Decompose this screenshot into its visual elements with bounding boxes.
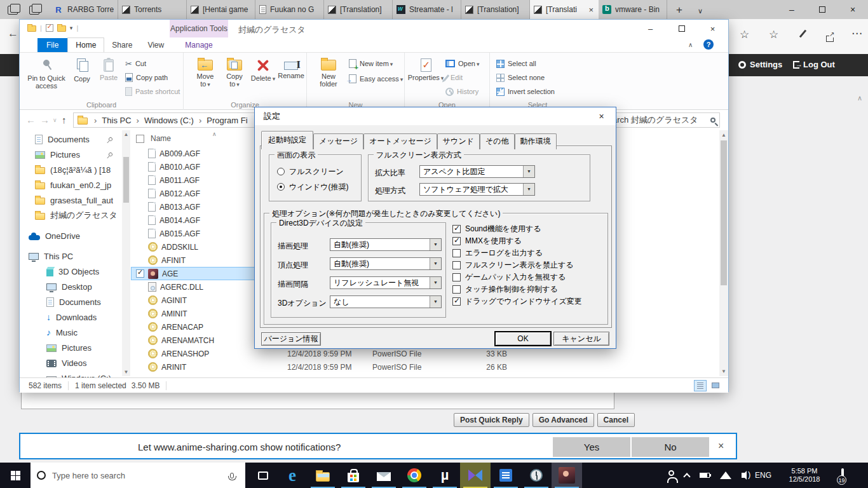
taskbar-clock[interactable]: 5:58 PM 12/5/2018: [782, 467, 827, 484]
checkbox-option[interactable]: タッチ操作制御を抑制する: [452, 283, 582, 295]
tab-preview-icon[interactable]: [8, 6, 18, 15]
sidebar-item[interactable]: 3D Objects: [20, 264, 121, 279]
menu-tab-manage[interactable]: Manage: [170, 38, 228, 52]
notification-close-icon[interactable]: ×: [718, 440, 724, 452]
menu-tab-file[interactable]: File: [37, 38, 67, 52]
microphone-icon[interactable]: [230, 473, 234, 478]
draw-interval-select[interactable]: リフレッシュレート無視: [330, 276, 442, 289]
reply-button[interactable]: Go Advanced: [532, 413, 594, 427]
select-all-button[interactable]: Select all: [496, 58, 536, 69]
browser-tab[interactable]: [Hentai game ×: [187, 0, 255, 19]
checkbox-option[interactable]: フルスクリーン表示を禁止する: [452, 259, 582, 271]
radio-option[interactable]: フルスクリーン: [277, 164, 348, 179]
sidebar-item[interactable]: 封緘のグラセスタ: [20, 208, 121, 223]
share-icon[interactable]: [826, 36, 834, 42]
action-center-button[interactable]: 19: [841, 470, 844, 481]
set-tabs-aside-icon[interactable]: [29, 6, 39, 15]
select-all-checkbox[interactable]: [136, 135, 144, 143]
radio-option[interactable]: ウインドウ(推奨): [277, 179, 348, 194]
dialog-tab[interactable]: 起動時設定: [261, 131, 313, 149]
file-list-scroll-thumb[interactable]: [721, 140, 727, 285]
name-column-header[interactable]: Name: [151, 134, 171, 143]
select-none-button[interactable]: Select none: [496, 72, 545, 83]
file-row[interactable]: ARINIT 12/4/2018 9:59 PM PowerISO File 2…: [131, 360, 719, 374]
draw-processing-select[interactable]: 自動(推奨): [330, 238, 442, 251]
sidebar-item[interactable]: Videos: [20, 355, 121, 370]
nav-forward-icon[interactable]: →: [40, 114, 50, 125]
checkbox-option[interactable]: ドラッグでウインドウサイズ変更: [452, 295, 582, 308]
checkbox-icon[interactable]: [452, 249, 461, 257]
properties-button[interactable]: Properties: [409, 56, 443, 82]
browser-maximize-button[interactable]: [807, 0, 837, 19]
browser-tab[interactable]: [Translation] ×: [324, 0, 393, 19]
taskbar-app-button[interactable]: [552, 463, 582, 488]
sidebar-item[interactable]: Pictures: [20, 147, 121, 162]
copy-to-button[interactable]: Copy to: [220, 56, 248, 88]
sidebar-item[interactable]: This PC: [20, 248, 121, 264]
vertex-processing-select[interactable]: 自動(推奨): [330, 257, 442, 270]
favorites-star-icon[interactable]: ☆: [740, 28, 749, 41]
file-checkbox[interactable]: [136, 269, 144, 278]
taskbar-app-button[interactable]: [338, 463, 369, 488]
rename-button[interactable]: Rename: [276, 56, 306, 79]
properties-check-icon[interactable]: [46, 24, 53, 32]
show-hidden-icons-chevron[interactable]: [683, 473, 690, 480]
version-info-button[interactable]: バージョン情報: [261, 332, 321, 346]
page-scroll-chevron-icon[interactable]: ∧: [857, 94, 862, 102]
battery-icon[interactable]: [700, 473, 710, 478]
volume-icon[interactable]: [742, 473, 745, 478]
checkbox-icon[interactable]: [452, 297, 461, 306]
menu-tab-share[interactable]: Share: [104, 38, 140, 52]
cut-button[interactable]: Cut: [125, 58, 146, 69]
sidebar-item[interactable]: Windows (C:): [20, 370, 121, 377]
dialog-tab[interactable]: オートメッセージ: [363, 133, 437, 149]
checkbox-option[interactable]: エラーログを出力する: [452, 247, 582, 259]
checkbox-option[interactable]: Sound機能を使用する: [452, 223, 582, 235]
more-options-icon[interactable]: ⋯: [851, 27, 862, 40]
sidebar-item[interactable]: Documents: [20, 132, 121, 147]
taskbar-app-button[interactable]: [430, 463, 460, 488]
move-to-button[interactable]: Move to: [191, 56, 219, 88]
webpage-settings-link[interactable]: Settings: [738, 60, 782, 69]
explorer-maximize-button[interactable]: [666, 20, 697, 37]
wifi-icon[interactable]: [720, 471, 731, 479]
nav-up-icon[interactable]: ↑: [62, 114, 67, 125]
taskbar-app-button[interactable]: [277, 463, 308, 488]
checkbox-option[interactable]: MMXを使用する: [452, 235, 582, 247]
delete-button[interactable]: Delete: [250, 56, 276, 83]
taskbar-app-button[interactable]: [399, 463, 430, 488]
explorer-close-button[interactable]: ×: [697, 20, 728, 37]
paste-button[interactable]: Paste: [96, 56, 121, 81]
browser-tab[interactable]: vmware - Bin ×: [599, 0, 667, 19]
browser-close-button[interactable]: ×: [837, 0, 868, 19]
history-button[interactable]: History: [445, 86, 478, 97]
new-item-button[interactable]: New item: [349, 58, 393, 69]
folder-icon[interactable]: [57, 25, 66, 32]
webpage-logout-link[interactable]: Log Out: [793, 60, 835, 69]
file-list-scrollbar[interactable]: ▲ ▼: [719, 130, 728, 376]
browser-minimize-button[interactable]: –: [776, 0, 807, 19]
new-tab-button[interactable]: +: [667, 4, 691, 19]
taskbar-app-button[interactable]: [491, 463, 521, 488]
notification-no-button[interactable]: No: [632, 437, 709, 457]
sidebar-scrollbar[interactable]: ▲ ▼: [122, 130, 130, 376]
people-icon[interactable]: [668, 470, 674, 476]
open-button[interactable]: Open: [445, 58, 479, 69]
taskbar-app-button[interactable]: [308, 463, 338, 488]
edit-button[interactable]: Edit: [445, 72, 463, 83]
scroll-down-icon[interactable]: ▼: [122, 369, 130, 375]
ok-button[interactable]: OK: [495, 332, 551, 346]
paste-shortcut-button[interactable]: Paste shortcut: [125, 86, 180, 97]
browser-tab[interactable]: Torrents ×: [118, 0, 187, 19]
browser-back-icon[interactable]: ←: [8, 27, 18, 40]
taskbar-search[interactable]: Type here to search: [31, 463, 245, 488]
cancel-button[interactable]: キャンセル: [553, 332, 609, 346]
start-button[interactable]: [0, 463, 31, 488]
taskbar-app-button[interactable]: [521, 463, 552, 488]
menu-tab-home[interactable]: Home: [67, 37, 104, 52]
scale-ratio-select[interactable]: アスペクト比固定: [419, 165, 535, 178]
sidebar-item[interactable]: Documents: [20, 294, 121, 309]
qat-customize-icon[interactable]: ▾: [70, 25, 73, 31]
collapse-ribbon-icon[interactable]: ∧: [688, 41, 693, 48]
sidebar-item[interactable]: Downloads: [20, 309, 121, 325]
